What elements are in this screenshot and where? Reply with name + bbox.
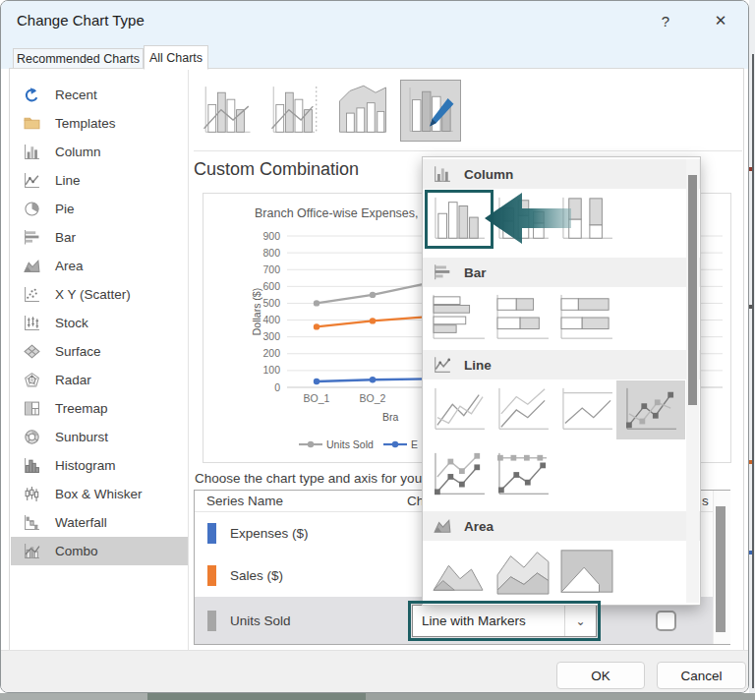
sidebar-item-box-whisker[interactable]: Box & Whisker: [11, 480, 188, 508]
series-name: Expenses ($): [230, 526, 309, 541]
sidebar-item-label: Recent: [55, 88, 97, 102]
legend-marker: [308, 441, 314, 447]
background-speck: [749, 305, 752, 309]
combo-variant-gallery: [197, 80, 461, 142]
flyout-thumb-stacked-area[interactable]: [494, 547, 552, 596]
chart-type-sidebar: RecentTemplatesColumnLinePieBarAreaX Y (…: [11, 81, 188, 565]
flyout-thumb-hundred-stacked-column[interactable]: [557, 195, 616, 244]
column-icon: [24, 144, 40, 160]
x-axis-label: Bra: [382, 411, 399, 423]
series-name: Sales ($): [230, 568, 283, 583]
line-icon: [24, 172, 40, 189]
series-name: Units Sold: [230, 613, 291, 628]
flyout-section-header-bar: Bar: [423, 258, 700, 287]
sidebar-item-templates[interactable]: Templates: [11, 109, 188, 138]
recent-icon: [24, 87, 40, 103]
x-tick-label: BO_1: [304, 392, 330, 404]
series-marker: [370, 292, 376, 298]
sidebar-item-label: Templates: [55, 116, 116, 131]
gallery-thumb-custom-combination-combo[interactable]: [400, 80, 461, 142]
ok-label: OK: [591, 669, 610, 683]
background-window-edge: [752, 54, 754, 688]
change-chart-type-dialog: Change Chart Type ? ✕ Recommended Charts…: [0, 0, 749, 693]
series-name-column-header: Series Name: [206, 494, 283, 508]
sidebar-item-sunburst[interactable]: Sunburst: [11, 423, 188, 451]
flyout-thumb-stacked-bar[interactable]: [494, 293, 552, 342]
background-window-strip: [0, 693, 755, 700]
series-color-chip: [207, 565, 216, 586]
gallery-thumb-stacked-area-clustered-column-combo[interactable]: [332, 80, 393, 142]
y-tick-label: 100: [262, 364, 280, 376]
bar-icon: [24, 229, 40, 246]
cancel-label: Cancel: [680, 669, 722, 683]
flyout-thumb-area[interactable]: [430, 547, 489, 596]
tab-label: Recommended Charts: [17, 52, 140, 66]
sidebar-item-stock[interactable]: Stock: [11, 309, 188, 337]
sidebar-item-label: Line: [55, 173, 81, 188]
close-button[interactable]: ✕: [701, 7, 740, 34]
flyout-thumb-stacked-line[interactable]: [494, 385, 552, 435]
flyout-thumb-clustered-column[interactable]: [430, 195, 489, 244]
dialog-titlebar[interactable]: Change Chart Type ? ✕: [1, 1, 748, 40]
flyout-section-label: Area: [464, 519, 494, 534]
sidebar-item-label: Stock: [55, 316, 88, 330]
sidebar-item-radar[interactable]: Radar: [11, 366, 188, 394]
sidebar-item-surface[interactable]: Surface: [11, 337, 188, 366]
flyout-section-label: Line: [464, 358, 492, 373]
flyout-thumb-hundred-stacked-bar[interactable]: [557, 293, 616, 342]
sidebar-item-histogram[interactable]: Histogram: [11, 451, 188, 480]
sidebar-item-combo[interactable]: Combo: [11, 537, 188, 565]
flyout-thumb-stacked-column[interactable]: [494, 195, 552, 244]
gallery-thumb-clustered-column-line-secondary-axis-combo[interactable]: [264, 80, 325, 142]
tab-recommended-charts[interactable]: Recommended Charts: [13, 48, 144, 69]
flyout-thumb-clustered-bar[interactable]: [430, 293, 489, 342]
sidebar-item-label: Column: [55, 145, 101, 159]
flyout-thumb-line-with-markers[interactable]: [621, 385, 680, 435]
treemap-icon: [24, 400, 40, 417]
sidebar-item-pie[interactable]: Pie: [11, 195, 188, 223]
y-tick-label: 600: [262, 280, 280, 292]
combo-icon: [24, 543, 40, 559]
flyout-thumb-hundred-stacked-line[interactable]: [557, 385, 616, 435]
series-marker: [314, 323, 319, 329]
flyout-thumb-hundred-stacked-line-with-markers[interactable]: [494, 450, 552, 499]
background-strip-segment: [366, 693, 755, 700]
y-tick-label: 400: [262, 314, 280, 325]
templates-icon: [24, 115, 40, 132]
gallery-thumb-clustered-column-line-combo[interactable]: [197, 80, 258, 142]
secondary-axis-checkbox[interactable]: [656, 611, 676, 631]
sidebar-item-x-y-scatter[interactable]: X Y (Scatter): [11, 280, 188, 309]
sidebar-item-label: Combo: [55, 544, 98, 558]
sidebar-item-column[interactable]: Column: [11, 138, 188, 166]
series-color-chip: [207, 611, 216, 631]
sidebar-item-waterfall[interactable]: Waterfall: [11, 508, 188, 537]
sidebar-separator: [188, 70, 189, 651]
legend-label: E: [411, 438, 418, 450]
flyout-thumb-line[interactable]: [430, 385, 489, 435]
tab-all-charts[interactable]: All Charts: [144, 45, 208, 70]
background-speck: [749, 460, 752, 464]
chevron-down-icon[interactable]: ⌄: [564, 606, 596, 636]
sidebar-item-area[interactable]: Area: [11, 252, 188, 280]
flyout-scrollbar-thumb[interactable]: [688, 175, 697, 405]
sidebar-item-bar[interactable]: Bar: [11, 223, 188, 252]
sidebar-item-label: X Y (Scatter): [55, 287, 131, 302]
flyout-section-header-column: Column: [423, 159, 700, 189]
sunburst-icon: [24, 429, 40, 445]
tab-strip: Recommended Charts All Charts: [1, 40, 748, 69]
help-button[interactable]: ?: [646, 7, 685, 34]
flyout-thumb-hundred-stacked-area[interactable]: [557, 547, 616, 596]
series-table-scrollbar-thumb[interactable]: [716, 506, 726, 632]
flyout-thumb-stacked-line-with-markers[interactable]: [430, 450, 489, 499]
y-axis-label: Dollars ($): [251, 288, 262, 335]
sidebar-item-recent[interactable]: Recent: [11, 81, 188, 109]
sidebar-item-line[interactable]: Line: [11, 166, 188, 195]
sidebar-item-treemap[interactable]: Treemap: [11, 394, 188, 423]
cancel-button[interactable]: Cancel: [657, 662, 746, 689]
chart-type-dropdown[interactable]: Line with Markers ⌄: [412, 605, 597, 637]
sidebar-item-label: Radar: [55, 373, 91, 387]
y-tick-label: 900: [262, 230, 280, 242]
ok-button[interactable]: OK: [556, 662, 645, 689]
area-icon: [24, 258, 40, 274]
dialog-footer: OK Cancel: [1, 650, 748, 692]
